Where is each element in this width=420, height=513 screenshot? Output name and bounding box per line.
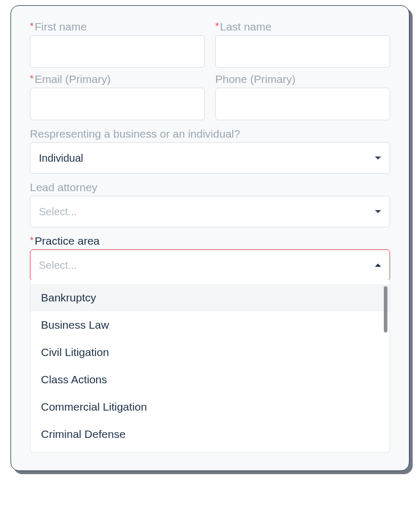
first-name-label: *First name xyxy=(30,20,205,33)
lead-attorney-field: Lead attorney Select... xyxy=(30,181,390,227)
chevron-down-icon xyxy=(375,210,381,213)
representing-field: Respresenting a business or an individua… xyxy=(30,128,390,174)
practice-area-label: *Practice area xyxy=(30,235,390,247)
dropdown-option[interactable]: Criminal Defense xyxy=(30,421,390,448)
dropdown-option[interactable]: Bankruptcy xyxy=(30,284,390,311)
dropdown-option[interactable]: Civil Litigation xyxy=(30,339,390,366)
phone-input[interactable] xyxy=(215,88,390,120)
first-name-input[interactable] xyxy=(30,35,205,68)
lead-attorney-select[interactable]: Select... xyxy=(30,196,390,227)
representing-select[interactable]: Individual xyxy=(30,142,390,174)
practice-area-placeholder: Select... xyxy=(39,259,77,271)
practice-area-field: *Practice area Select... Bankruptcy Busi… xyxy=(30,235,390,453)
dropdown-option[interactable]: Business Law xyxy=(30,311,390,339)
practice-area-select[interactable]: Select... xyxy=(30,249,390,281)
phone-field: Phone (Primary) xyxy=(215,73,390,120)
form-card: *First name *Last name *Email (Primary) … xyxy=(10,5,410,471)
representing-label: Respresenting a business or an individua… xyxy=(30,128,390,140)
chevron-up-icon xyxy=(375,264,381,267)
email-label: *Email (Primary) xyxy=(30,73,205,86)
dropdown-option[interactable]: Class Actions xyxy=(30,366,390,393)
first-name-field: *First name xyxy=(30,20,205,68)
phone-label: Phone (Primary) xyxy=(215,73,390,86)
email-field: *Email (Primary) xyxy=(30,73,205,120)
last-name-input[interactable] xyxy=(215,35,390,68)
scrollbar-thumb[interactable] xyxy=(384,286,387,332)
last-name-field: *Last name xyxy=(215,20,390,68)
practice-area-dropdown: Bankruptcy Business Law Civil Litigation… xyxy=(30,280,390,453)
dropdown-option[interactable]: Commercial Litigation xyxy=(30,393,390,421)
lead-attorney-label: Lead attorney xyxy=(30,181,390,194)
lead-attorney-placeholder: Select... xyxy=(39,206,77,218)
chevron-down-icon xyxy=(375,156,381,160)
email-input[interactable] xyxy=(30,88,205,120)
representing-value: Individual xyxy=(39,152,83,164)
last-name-label: *Last name xyxy=(215,20,390,33)
